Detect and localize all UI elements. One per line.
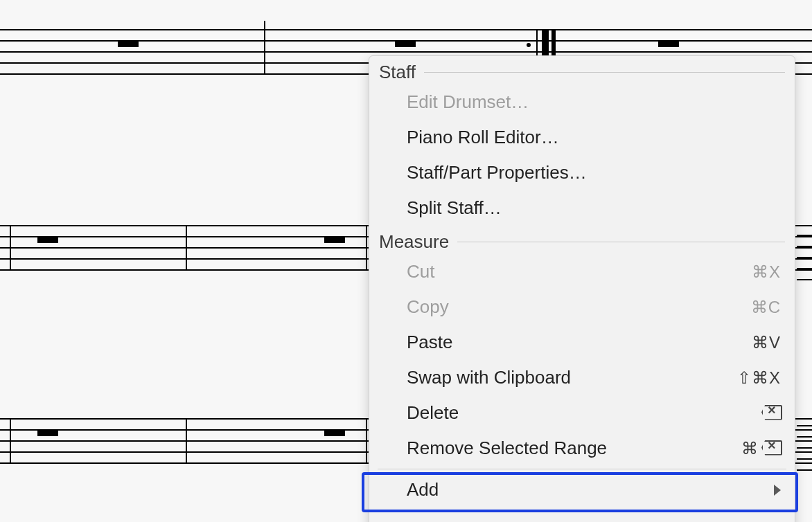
whole-rest: [395, 40, 416, 47]
section-title: Measure: [379, 231, 449, 253]
menu-item-swap-clipboard[interactable]: Swap with Clipboard ⇧⌘X: [369, 360, 795, 395]
menu-item-label: Edit Drumset…: [407, 91, 529, 113]
menu-item-measure-properties[interactable]: Measure Properties…: [369, 514, 795, 522]
section-header-staff: Staff: [369, 56, 795, 84]
staff-fragment: [797, 235, 812, 279]
menu-item-label: Staff/Part Properties…: [407, 162, 587, 183]
delete-x-icon: [761, 440, 781, 454]
menu-item-label: Add: [407, 479, 439, 501]
shortcut: ⌘V: [752, 333, 781, 352]
menu-item-delete[interactable]: Delete: [369, 395, 795, 431]
menu-item-label: Remove Selected Range: [407, 438, 607, 459]
menu-item-label: Piano Roll Editor…: [407, 127, 559, 148]
menu-item-split-staff[interactable]: Split Staff…: [369, 190, 795, 226]
menu-item-piano-roll[interactable]: Piano Roll Editor…: [369, 120, 795, 155]
section-title: Staff: [379, 62, 416, 83]
menu-item-cut: Cut ⌘X: [369, 254, 795, 289]
delete-x-icon: [761, 405, 781, 419]
menu-item-label: Cut: [407, 261, 434, 282]
menu-separator: [378, 510, 786, 511]
whole-rest: [37, 429, 58, 436]
barline: [10, 418, 11, 464]
shortcut: ⇧⌘X: [737, 368, 781, 388]
whole-rest: [324, 429, 345, 436]
section-rule: [424, 72, 785, 73]
barline: [10, 225, 11, 271]
menu-item-label: Split Staff…: [407, 197, 502, 219]
section-rule: [457, 242, 785, 242]
whole-rest: [324, 236, 345, 243]
staff-fragment: [797, 425, 812, 469]
shortcut: ⌘C: [751, 298, 781, 317]
menu-item-edit-drumset: Edit Drumset…: [369, 84, 795, 120]
barline: [186, 225, 187, 271]
whole-rest: [658, 40, 679, 47]
whole-rest: [118, 40, 139, 47]
submenu-arrow-icon: [774, 485, 781, 496]
shortcut: ⌘X: [752, 262, 781, 282]
menu-item-label: Delete: [407, 402, 459, 424]
shortcut-icon: [761, 404, 781, 423]
barline: [264, 21, 265, 75]
menu-item-paste[interactable]: Paste ⌘V: [369, 325, 795, 360]
menu-item-remove-selected-range[interactable]: Remove Selected Range ⌘: [369, 431, 795, 466]
barline: [366, 225, 367, 271]
menu-item-label: Copy: [407, 296, 449, 318]
barline: [186, 418, 187, 464]
context-menu: Staff Edit Drumset… Piano Roll Editor… S…: [369, 55, 795, 522]
menu-item-copy: Copy ⌘C: [369, 289, 795, 325]
menu-item-label: Paste: [407, 332, 453, 353]
menu-item-staff-part-properties[interactable]: Staff/Part Properties…: [369, 155, 795, 190]
whole-rest: [37, 236, 58, 243]
menu-item-label: Swap with Clipboard: [407, 367, 571, 388]
shortcut-icon: ⌘: [741, 439, 781, 458]
section-header-measure: Measure: [369, 226, 795, 254]
menu-item-add[interactable]: Add: [369, 472, 795, 507]
menu-separator: [378, 469, 786, 469]
barline: [366, 418, 367, 464]
repeat-dot: [527, 43, 531, 47]
